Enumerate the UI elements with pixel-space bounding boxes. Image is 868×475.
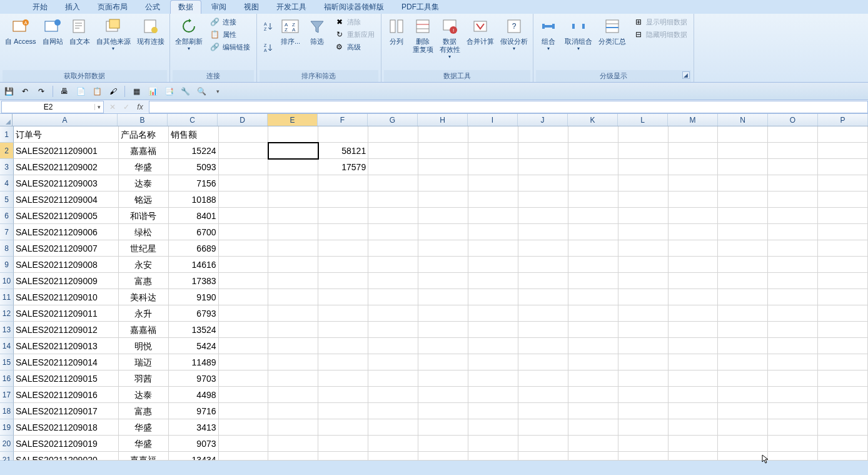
cell-J16[interactable]	[518, 370, 568, 387]
cell-C3[interactable]: 5093	[169, 159, 219, 175]
cell-A8[interactable]: SALES20211209007	[14, 240, 119, 257]
cell-B8[interactable]: 世纪星	[119, 240, 169, 257]
cell-P16[interactable]	[818, 370, 868, 387]
cell-M9[interactable]	[669, 257, 719, 273]
column-header-G[interactable]: G	[368, 114, 418, 126]
cell-E14[interactable]	[268, 338, 318, 354]
cell-I10[interactable]	[468, 273, 518, 289]
cell-L16[interactable]	[618, 370, 669, 387]
cell-J13[interactable]	[518, 322, 568, 338]
cell-H19[interactable]	[418, 419, 468, 436]
cell-J18[interactable]	[518, 403, 568, 419]
cell-H1[interactable]	[418, 126, 468, 143]
cell-P8[interactable]	[818, 240, 868, 257]
column-header-D[interactable]: D	[218, 114, 268, 126]
cell-H3[interactable]	[418, 159, 468, 175]
cell-N18[interactable]	[718, 403, 768, 419]
cell-C16[interactable]: 9703	[169, 370, 219, 387]
cell-C8[interactable]: 6689	[169, 240, 219, 257]
cell-M19[interactable]	[669, 419, 719, 436]
cell-L9[interactable]	[618, 257, 669, 273]
save-button[interactable]: 💾	[3, 85, 15, 98]
row-header-14[interactable]: 14	[0, 338, 14, 354]
cell-B2[interactable]: 嘉嘉福	[119, 143, 169, 159]
cell-B15[interactable]: 瑞迈	[119, 354, 169, 370]
cell-I2[interactable]	[468, 143, 518, 159]
column-header-I[interactable]: I	[468, 114, 518, 126]
reapply-button[interactable]: ↻ 重新应用	[332, 29, 377, 40]
cell-B7[interactable]: 绿松	[119, 224, 169, 240]
menu-tab-2[interactable]: 页面布局	[90, 1, 135, 14]
cell-K15[interactable]	[568, 354, 618, 370]
cell-L12[interactable]	[618, 305, 669, 322]
data-validation-button[interactable]: ! 数据 有效性 ▾	[437, 15, 463, 61]
cell-C17[interactable]: 4498	[169, 387, 219, 403]
row-header-11[interactable]: 11	[0, 289, 14, 305]
cell-B5[interactable]: 铭远	[119, 192, 169, 208]
cell-P11[interactable]	[818, 289, 868, 305]
cell-F15[interactable]	[318, 354, 368, 370]
cell-H9[interactable]	[418, 257, 468, 273]
enter-formula-button[interactable]: ✓	[120, 101, 133, 113]
cell-O16[interactable]	[768, 370, 818, 387]
column-header-E[interactable]: E	[268, 114, 318, 126]
cell-J19[interactable]	[518, 419, 568, 436]
refresh-all-button[interactable]: 全部刷新 ▾	[173, 15, 205, 53]
cell-M17[interactable]	[669, 387, 719, 403]
cell-D5[interactable]	[219, 192, 269, 208]
cell-J15[interactable]	[518, 354, 568, 370]
cell-C11[interactable]: 9190	[169, 289, 219, 305]
row-header-2[interactable]: 2	[0, 143, 14, 159]
cell-D2[interactable]	[219, 143, 269, 159]
cell-C2[interactable]: 15224	[169, 143, 219, 159]
cell-N9[interactable]	[718, 257, 768, 273]
row-header-16[interactable]: 16	[0, 370, 14, 387]
cell-P20[interactable]	[818, 436, 868, 452]
cell-C5[interactable]: 10188	[169, 192, 219, 208]
cell-H16[interactable]	[418, 370, 468, 387]
cell-N7[interactable]	[718, 224, 768, 240]
cell-M3[interactable]	[669, 159, 719, 175]
cell-O14[interactable]	[768, 338, 818, 354]
cell-I1[interactable]	[468, 126, 518, 143]
menu-tab-6[interactable]: 视图	[236, 1, 266, 14]
cell-P3[interactable]	[818, 159, 868, 175]
hide-detail-button[interactable]: ⊟ 隐藏明细数据	[631, 29, 690, 40]
cell-P1[interactable]	[818, 126, 868, 143]
cell-O21[interactable]	[768, 452, 818, 461]
cell-F9[interactable]	[318, 257, 368, 273]
cell-L8[interactable]	[618, 240, 669, 257]
cell-A9[interactable]: SALES20211209008	[14, 257, 119, 273]
cell-E1[interactable]	[268, 126, 318, 143]
cell-M10[interactable]	[669, 273, 719, 289]
cell-L18[interactable]	[618, 403, 669, 419]
cell-B9[interactable]: 永安	[119, 257, 169, 273]
column-header-K[interactable]: K	[568, 114, 618, 126]
cell-J10[interactable]	[518, 273, 568, 289]
column-header-O[interactable]: O	[768, 114, 818, 126]
cell-G20[interactable]	[368, 436, 418, 452]
cell-K5[interactable]	[568, 192, 618, 208]
cell-I3[interactable]	[468, 159, 518, 175]
undo-button[interactable]: ↶	[19, 85, 31, 98]
cell-N12[interactable]	[718, 305, 768, 322]
cell-G9[interactable]	[368, 257, 418, 273]
consolidate-button[interactable]: 合并计算	[464, 15, 497, 47]
cell-G14[interactable]	[368, 338, 418, 354]
row-header-10[interactable]: 10	[0, 273, 14, 289]
from-other-button[interactable]: 自其他来源 ▾	[94, 15, 133, 53]
cell-H12[interactable]	[418, 305, 468, 322]
row-header-4[interactable]: 4	[0, 175, 14, 192]
cell-A18[interactable]: SALES20211209017	[14, 403, 119, 419]
from-access-button[interactable]: A 自 Access	[3, 15, 39, 47]
cell-E16[interactable]	[268, 370, 318, 387]
cell-K6[interactable]	[568, 208, 618, 224]
cell-J3[interactable]	[518, 159, 568, 175]
cell-O10[interactable]	[768, 273, 818, 289]
cell-A7[interactable]: SALES20211209006	[14, 224, 119, 240]
cell-K13[interactable]	[568, 322, 618, 338]
cell-H14[interactable]	[418, 338, 468, 354]
cell-H2[interactable]	[418, 143, 468, 159]
cell-A12[interactable]: SALES20211209011	[14, 305, 119, 322]
cell-F21[interactable]	[318, 452, 368, 461]
